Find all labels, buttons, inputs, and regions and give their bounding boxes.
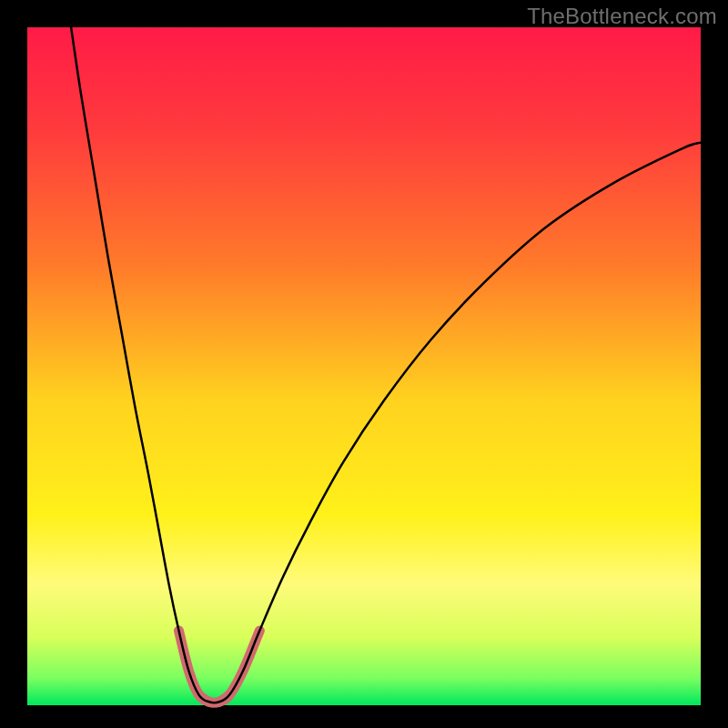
bottleneck-chart	[0, 0, 728, 728]
chart-frame: TheBottleneck.com	[0, 0, 728, 728]
